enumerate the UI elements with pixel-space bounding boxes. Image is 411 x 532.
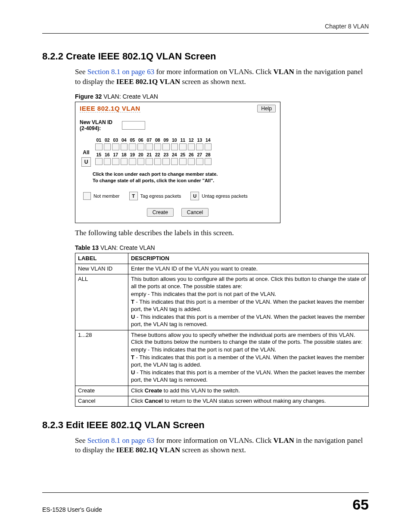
table-row: New VLAN ID Enter the VLAN ID of the VLA…	[75, 264, 369, 274]
cell-label: New VLAN ID	[75, 264, 128, 274]
port-toggle[interactable]	[129, 158, 136, 165]
table-caption: Table 13 VLAN: Create VLAN	[75, 244, 369, 251]
legend-untag: Untag egress packets	[202, 193, 247, 199]
table-row: ALL This button allows you to configure …	[75, 274, 369, 330]
table-row: Cancel Click Cancel to return to the VLA…	[75, 396, 369, 406]
port-toggle[interactable]	[171, 143, 178, 150]
legend-tag: Tag egress packets	[140, 193, 181, 199]
legend-not-member: Not member	[93, 193, 120, 199]
port-toggle[interactable]	[146, 143, 153, 150]
page-footer: ES-1528 User's Guide 65	[42, 492, 369, 513]
legend: Not member T Tag egress packets U Untag …	[83, 192, 276, 200]
table-row: 1...28 These buttons allow you to specif…	[75, 330, 369, 386]
figure-title: VLAN: Create VLAN	[102, 93, 158, 100]
port-toggle[interactable]	[196, 143, 203, 150]
text: screen as shown next.	[180, 446, 246, 454]
port-toggle[interactable]	[179, 143, 187, 150]
link-section-8-1[interactable]: Section 8.1 on page 63	[87, 68, 154, 76]
port-toggle[interactable]	[112, 158, 119, 165]
cell-desc: These buttons allow you to specify wheth…	[128, 330, 369, 386]
text: for more information on VLANs. Click	[154, 436, 273, 445]
bold-ieee: IEEE 802.1Q VLAN	[116, 78, 180, 86]
cell-label: Cancel	[75, 396, 128, 406]
cell-desc: Enter the VLAN ID of the VLAN you want t…	[128, 264, 369, 274]
table-intro: The following table describes the labels…	[75, 228, 369, 238]
cell-desc: Click Cancel to return to the VLAN statu…	[128, 396, 369, 406]
cell-desc: This button allows you to configure all …	[128, 274, 369, 330]
figure-caption: Figure 32 VLAN: Create VLAN	[75, 93, 369, 100]
text: See	[75, 68, 87, 76]
port-toggle[interactable]	[112, 143, 119, 150]
port-toggle[interactable]	[162, 143, 170, 150]
bold-vlan: VLAN	[274, 436, 294, 445]
figure-panel-title: IEEE 802.1Q VLAN	[80, 105, 140, 112]
section-823-paragraph: See Section 8.1 on page 63 for more info…	[75, 436, 369, 456]
port-numbers-row2: 1516171819202122232425262728	[95, 152, 212, 157]
port-toggle[interactable]	[205, 143, 212, 150]
footer-guide-name: ES-1528 User's Guide	[42, 506, 102, 513]
legend-u-icon: U	[190, 192, 199, 200]
port-toggle[interactable]	[104, 143, 111, 150]
new-vlan-id-label: New VLAN ID (2-4094):	[80, 119, 118, 131]
port-toggle[interactable]	[129, 143, 136, 150]
help-button[interactable]: Help	[257, 105, 276, 112]
table-vlan-create: LABEL DESCRIPTION New VLAN ID Enter the …	[75, 253, 369, 407]
bold-vlan: VLAN	[274, 68, 294, 76]
port-toggle[interactable]	[146, 158, 153, 165]
port-toggle[interactable]	[95, 158, 103, 165]
text: screen as shown next.	[180, 78, 246, 86]
all-ports-toggle[interactable]: U	[81, 157, 91, 167]
bold-ieee: IEEE 802.1Q VLAN	[116, 446, 180, 454]
text: for more information on VLANs. Click	[154, 68, 273, 76]
cell-label: 1...28	[75, 330, 128, 386]
port-toggle[interactable]	[188, 158, 195, 165]
port-numbers-row1: 0102030405060708091011121314	[95, 137, 212, 143]
all-label: All	[83, 149, 89, 156]
port-toggle[interactable]	[162, 158, 170, 165]
section-822-paragraph: See Section 8.1 on page 63 for more info…	[75, 67, 369, 87]
section-heading-823: 8.2.3 Edit IEEE 802.1Q VLAN Screen	[42, 420, 369, 431]
cell-label: Create	[75, 386, 128, 396]
footer-page-number: 65	[352, 496, 369, 513]
port-toggle[interactable]	[196, 158, 203, 165]
port-toggle[interactable]	[137, 158, 145, 165]
new-vlan-id-input[interactable]	[122, 121, 145, 130]
port-toggle[interactable]	[154, 158, 162, 165]
header-chapter: Chapter 8 VLAN	[325, 23, 369, 30]
port-toggle[interactable]	[104, 158, 111, 165]
legend-t-icon: T	[129, 192, 138, 200]
page-header: Chapter 8 VLAN	[42, 24, 369, 34]
cell-label: ALL	[75, 274, 128, 330]
table-title: VLAN: Create VLAN	[99, 244, 155, 251]
port-toggle[interactable]	[121, 158, 128, 165]
cell-desc: Click Create to add this VLAN to the swi…	[128, 386, 369, 396]
figure-hint: Click the icon under each port to change…	[93, 171, 276, 184]
port-toggle[interactable]	[137, 143, 145, 150]
port-boxes-row1	[95, 143, 212, 150]
link-section-8-1[interactable]: Section 8.1 on page 63	[87, 436, 154, 445]
port-toggle[interactable]	[121, 143, 128, 150]
th-description: DESCRIPTION	[128, 253, 369, 264]
port-boxes-row2	[95, 158, 212, 165]
figure-number: Figure 32	[75, 93, 102, 100]
port-toggle[interactable]	[154, 143, 162, 150]
text: See	[75, 436, 87, 445]
create-button[interactable]: Create	[147, 208, 174, 217]
port-toggle[interactable]	[179, 158, 187, 165]
th-label: LABEL	[75, 253, 128, 264]
port-toggle[interactable]	[95, 143, 103, 150]
table-row: Create Click Create to add this VLAN to …	[75, 386, 369, 396]
port-toggle[interactable]	[205, 158, 212, 165]
table-number: Table 13	[75, 244, 99, 251]
figure-vlan-create: IEEE 802.1Q VLAN Help New VLAN ID (2-409…	[75, 102, 280, 223]
port-toggle[interactable]	[171, 158, 178, 165]
section-heading-822: 8.2.2 Create IEEE 802.1Q VLAN Screen	[42, 51, 369, 62]
legend-empty-icon	[83, 192, 91, 200]
port-toggle[interactable]	[188, 143, 195, 150]
cancel-button[interactable]: Cancel	[181, 208, 209, 217]
